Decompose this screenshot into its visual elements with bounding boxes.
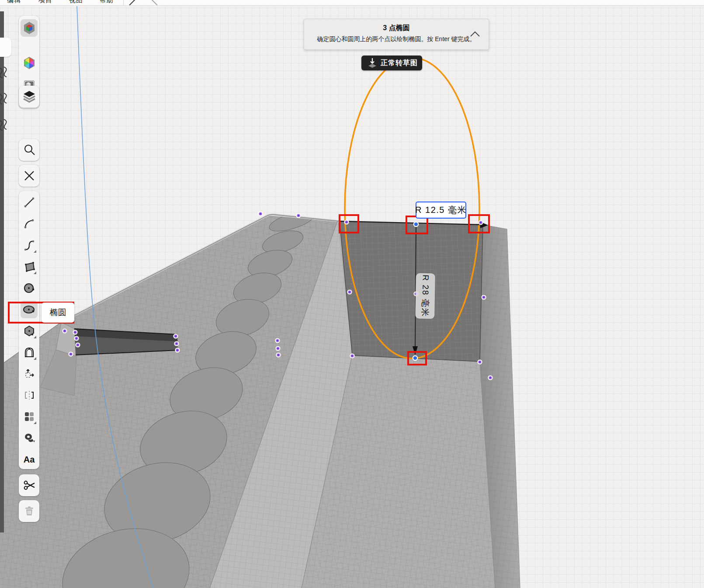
close-icon xyxy=(24,170,35,181)
tool-tooltip: 椭圆 xyxy=(42,303,74,323)
menubar-divider xyxy=(123,0,124,5)
tool-tooltip-label: 椭圆 xyxy=(50,307,66,318)
menu-help[interactable]: 帮助 xyxy=(100,0,114,4)
arch-tool-icon xyxy=(23,346,35,358)
menubar: 编辑 项目 视图 帮助 xyxy=(0,0,704,6)
menu-edit[interactable]: 编辑 xyxy=(7,0,21,4)
normal-to-sketch-icon xyxy=(367,57,378,69)
scissors-icon xyxy=(23,479,36,492)
layers-icon xyxy=(23,90,36,103)
redo-arrow-icon[interactable] xyxy=(149,0,158,6)
polygon-tool-icon xyxy=(23,325,35,337)
cursor-mode-hint: 正常转草图 xyxy=(361,56,422,70)
layers-panel xyxy=(19,86,39,108)
submenu-indicator xyxy=(34,271,36,274)
arc-tool-button[interactable] xyxy=(21,215,38,233)
text-tool-label: Aa xyxy=(24,455,35,465)
delete-panel xyxy=(19,500,39,522)
chevron-up-icon[interactable] xyxy=(469,31,481,38)
cursor-hint-label: 正常转草图 xyxy=(381,59,418,68)
undo-arrow-icon[interactable] xyxy=(128,0,138,6)
radius-dimension-value: R 12.5 毫米 xyxy=(415,204,467,216)
close-sketch-button[interactable] xyxy=(21,167,38,184)
move-tool-button[interactable] xyxy=(21,365,38,383)
close-panel xyxy=(19,165,39,187)
offset-tool-icon xyxy=(23,432,35,444)
pattern-tool-icon xyxy=(23,411,35,423)
major-radius-dimension-label[interactable]: R 28 毫米 xyxy=(415,273,435,319)
sketch-tools-panel: Aa xyxy=(19,191,39,469)
circle-tool-button[interactable] xyxy=(21,279,38,297)
submenu-indicator xyxy=(34,336,36,338)
line-tool-button[interactable] xyxy=(21,194,38,211)
pattern-tool-button[interactable] xyxy=(21,408,38,425)
submenu-indicator xyxy=(34,357,36,360)
instruction-tooltip: 3 点椭圆 确定圆心和圆周上的两个点以绘制椭圆。按 Enter 键完成。 xyxy=(304,19,489,50)
line-tool-icon xyxy=(23,196,35,209)
spline-tool-icon xyxy=(23,239,35,251)
search-panel xyxy=(19,139,39,161)
color-wheel-icon xyxy=(23,56,36,70)
menu-project[interactable]: 项目 xyxy=(38,0,52,4)
view-cube-icon xyxy=(23,21,36,35)
orientation-cube-button[interactable] xyxy=(21,19,38,37)
submenu-indicator xyxy=(34,421,36,424)
text-tool-button[interactable]: Aa xyxy=(21,451,38,468)
layers-button[interactable] xyxy=(21,88,38,105)
rectangle-tool-button[interactable] xyxy=(21,258,38,275)
radius-dimension-input[interactable]: R 12.5 毫米 xyxy=(416,202,466,219)
submenu-indicator xyxy=(34,250,36,253)
cad-application-window: 编辑 项目 视图 帮助 xyxy=(0,0,704,588)
tooltip-title: 3 点椭圆 xyxy=(304,24,489,33)
appearance-button[interactable] xyxy=(21,54,38,72)
trim-panel xyxy=(19,474,39,496)
arc-tool-icon xyxy=(23,218,35,230)
trim-button[interactable] xyxy=(21,477,38,494)
arch-slot-tool-button[interactable] xyxy=(21,344,38,361)
trash-icon xyxy=(23,505,35,517)
collapsed-sidebar-strip[interactable] xyxy=(0,11,4,532)
offset-tool-button[interactable] xyxy=(21,429,38,447)
ellipse-radius-point[interactable] xyxy=(413,356,417,360)
circle-tool-icon xyxy=(23,282,35,294)
move-arrows-icon xyxy=(23,368,35,380)
face-grid xyxy=(340,221,483,362)
3d-viewport[interactable] xyxy=(0,6,704,588)
sidebar-handle[interactable] xyxy=(0,38,11,57)
mirror-tool-icon xyxy=(23,389,35,401)
search-button[interactable] xyxy=(21,141,38,159)
menu-view[interactable]: 视图 xyxy=(69,0,83,4)
search-icon xyxy=(23,144,35,156)
delete-button[interactable] xyxy=(21,502,38,520)
polygon-tool-button[interactable] xyxy=(21,322,38,340)
spline-tool-button[interactable] xyxy=(21,237,38,254)
ellipse-center-point[interactable] xyxy=(414,222,418,226)
mirror-tool-button[interactable] xyxy=(21,386,38,404)
major-radius-value: R 28 毫米 xyxy=(419,275,431,317)
tooltip-description: 确定圆心和圆周上的两个点以绘制椭圆。按 Enter 键完成。 xyxy=(304,35,489,43)
rectangle-tool-icon xyxy=(23,261,35,273)
